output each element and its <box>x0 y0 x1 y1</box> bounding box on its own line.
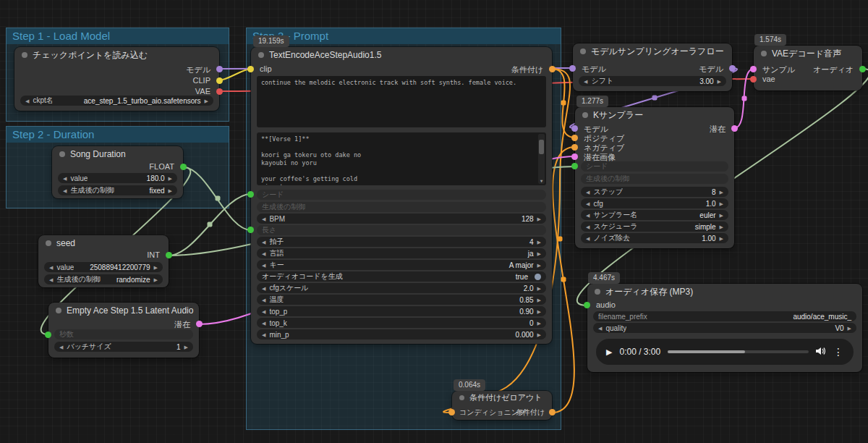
input-port-model[interactable] <box>569 65 576 72</box>
node-collapse-dot[interactable] <box>46 240 51 246</box>
output-port-clip[interactable] <box>216 77 223 84</box>
node-empty-latent-audio[interactable]: Empty Ace Step 1.5 Latent Audio 潜在 秒数 ◀ … <box>48 303 199 358</box>
widget-bpm[interactable]: ◀ BPM 128 ▶ <box>257 214 546 224</box>
widget-language[interactable]: ◀ 言語 ja ▶ <box>257 248 546 258</box>
decrement-arrow-icon[interactable]: ◀ <box>586 213 590 218</box>
node-collapse-dot[interactable] <box>761 51 767 56</box>
widget-temperature[interactable]: ◀ 温度 0.85 ▶ <box>257 295 546 305</box>
input-port-seconds[interactable] <box>45 332 51 338</box>
increment-arrow-icon[interactable]: ▶ <box>718 79 721 84</box>
increment-arrow-icon[interactable]: ▶ <box>537 332 541 337</box>
increment-arrow-icon[interactable]: ▶ <box>169 176 172 181</box>
widget-control-after-generate[interactable]: 生成後の制御 <box>581 174 728 184</box>
node-ksampler[interactable]: Kサンプラー モデル ポジティブ ネガティブ 潜在画像 潜在 シード 生成後の制… <box>575 107 734 248</box>
increment-arrow-icon[interactable]: ▶ <box>720 201 723 206</box>
input-port-seed[interactable] <box>247 191 254 198</box>
audio-progress-bar[interactable] <box>668 350 809 353</box>
increment-arrow-icon[interactable]: ▶ <box>537 216 541 222</box>
decrement-arrow-icon[interactable]: ◀ <box>598 326 602 331</box>
decrement-arrow-icon[interactable]: ◀ <box>49 265 53 270</box>
widget-seed[interactable]: シード <box>257 190 546 200</box>
node-song-duration[interactable]: Song Duration FLOAT ◀ value 180.0 ▶ ◀ 生成… <box>52 146 183 198</box>
increment-arrow-icon[interactable]: ▶ <box>537 263 541 268</box>
increment-arrow-icon[interactable]: ▶ <box>720 236 723 241</box>
widget-sampler-name[interactable]: ◀ サンプラー名 euler ▶ <box>581 210 728 220</box>
widget-seed[interactable]: シード <box>581 161 728 172</box>
kebab-menu-icon[interactable]: ⋮ <box>833 347 843 357</box>
widget-control-after-generate[interactable]: 生成後の制御 <box>257 202 546 212</box>
widget-quality[interactable]: ◀ quality V0 ▶ <box>593 323 856 333</box>
increment-arrow-icon[interactable]: ▶ <box>184 345 188 350</box>
node-collapse-dot[interactable] <box>459 395 464 400</box>
output-port-model[interactable] <box>729 65 736 72</box>
output-port-vae[interactable] <box>216 88 223 95</box>
widget-top-p[interactable]: ◀ top_p 0.90 ▶ <box>257 306 546 316</box>
decrement-arrow-icon[interactable]: ◀ <box>586 201 590 206</box>
widget-key[interactable]: ◀ キー A major ▶ <box>257 260 546 270</box>
toggle-icon[interactable] <box>535 274 541 280</box>
decrement-arrow-icon[interactable]: ◀ <box>262 309 265 314</box>
increment-arrow-icon[interactable]: ▶ <box>537 298 541 303</box>
increment-arrow-icon[interactable]: ▶ <box>154 265 158 270</box>
volume-icon[interactable] <box>816 347 826 357</box>
input-port-vae[interactable] <box>750 76 757 83</box>
output-port-int[interactable] <box>166 252 172 258</box>
increment-arrow-icon[interactable]: ▶ <box>537 286 541 291</box>
input-port-samples[interactable] <box>750 66 757 72</box>
scrollbar[interactable]: ▼ <box>538 134 545 184</box>
node-collapse-dot[interactable] <box>59 151 65 157</box>
widget-seed-value[interactable]: ◀ value 250889412200779 ▶ <box>44 262 163 272</box>
decrement-arrow-icon[interactable]: ◀ <box>63 176 67 181</box>
node-load-checkpoint[interactable]: チェックポイントを読み込む モデル CLIP VAE ◀ ckpt名 ace_s… <box>14 47 219 111</box>
output-port-latent[interactable] <box>196 321 203 327</box>
decrement-arrow-icon[interactable]: ◀ <box>59 345 63 350</box>
node-vae-decode-audio[interactable]: VAEデコード音声 サンプル vae オーディオ <box>754 46 862 90</box>
node-seed[interactable]: seed INT ◀ value 250889412200779 ▶ ◀ 生成後… <box>38 235 169 287</box>
widget-batch-size[interactable]: ◀ バッチサイズ 1 ▶ <box>54 342 193 352</box>
increment-arrow-icon[interactable]: ▶ <box>720 213 723 218</box>
node-collapse-dot[interactable] <box>582 112 588 118</box>
input-port-positive[interactable] <box>571 135 578 141</box>
output-port-model[interactable] <box>216 66 223 72</box>
node-collapse-dot[interactable] <box>258 52 264 58</box>
widget-min-p[interactable]: ◀ min_p 0.000 ▶ <box>257 329 546 339</box>
node-text-encode-ace-step[interactable]: TextEncodeAceStepAudio1.5 clip 条件付け cont… <box>251 47 552 344</box>
widget-cfg-scale[interactable]: ◀ cfgスケール 2.0 ▶ <box>257 283 546 293</box>
decrement-arrow-icon[interactable]: ◀ <box>25 98 29 104</box>
output-port-conditioning[interactable] <box>549 66 556 72</box>
input-port-audio[interactable] <box>584 302 590 308</box>
increment-arrow-icon[interactable]: ▶ <box>848 326 851 331</box>
node-graph-canvas[interactable]: Step 1 - Load Model Step 2 - Duration St… <box>0 0 868 443</box>
widget-steps[interactable]: ◀ ステップ 8 ▶ <box>581 187 728 197</box>
decrement-arrow-icon[interactable]: ◀ <box>262 263 265 268</box>
widget-filename-prefix[interactable]: filename_prefix audio/ace_music_ <box>593 311 856 321</box>
input-port-clip[interactable] <box>247 66 254 72</box>
decrement-arrow-icon[interactable]: ◀ <box>262 286 265 291</box>
node-collapse-dot[interactable] <box>56 308 61 313</box>
widget-length[interactable]: 長さ <box>257 225 546 235</box>
node-save-audio-mp3[interactable]: オーディオ保存 (MP3) audio filename_prefix audi… <box>587 284 862 372</box>
widget-denoise[interactable]: ◀ ノイズ除去 1.00 ▶ <box>581 233 728 243</box>
increment-arrow-icon[interactable]: ▶ <box>537 240 541 245</box>
widget-ckpt-name[interactable]: ◀ ckpt名 ace_step_1.5_turbo_aio.safetenso… <box>20 96 213 106</box>
decrement-arrow-icon[interactable]: ◀ <box>262 240 265 245</box>
widget-value[interactable]: ◀ value 180.0 ▶ <box>58 173 177 183</box>
node-conditioning-zero-out[interactable]: 条件付けゼロアウト コンディショニング 条件付け <box>452 391 552 420</box>
scrollbar-thumb[interactable] <box>539 140 544 154</box>
decrement-arrow-icon[interactable]: ◀ <box>262 251 265 256</box>
decrement-arrow-icon[interactable]: ◀ <box>586 224 590 229</box>
decrement-arrow-icon[interactable]: ◀ <box>584 79 587 84</box>
lyrics-textarea[interactable]: **[Verse 1]** koori ga tokeru oto dake n… <box>257 132 546 185</box>
widget-control-after-generate[interactable]: ◀ 生成後の制御 fixed ▶ <box>58 185 177 195</box>
widget-scheduler[interactable]: ◀ スケジューラ simple ▶ <box>581 222 728 232</box>
increment-arrow-icon[interactable]: ▶ <box>537 251 541 256</box>
node-collapse-dot[interactable] <box>22 52 27 58</box>
increment-arrow-icon[interactable]: ▶ <box>205 98 208 104</box>
input-port-model[interactable] <box>571 125 578 132</box>
input-port-latent-image[interactable] <box>571 153 578 160</box>
increment-arrow-icon[interactable]: ▶ <box>720 190 723 195</box>
increment-arrow-icon[interactable]: ▶ <box>720 224 723 229</box>
decrement-arrow-icon[interactable]: ◀ <box>262 216 265 222</box>
input-port-length[interactable] <box>247 227 254 233</box>
scroll-down-icon[interactable]: ▼ <box>538 178 545 184</box>
